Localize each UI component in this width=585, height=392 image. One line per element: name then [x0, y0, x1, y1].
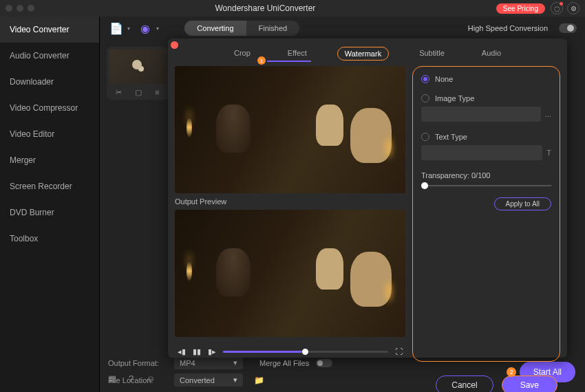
output-format-label: Output Format: — [108, 359, 167, 367]
titlebar: Wondershare UniConverter See Pricing ◌ ⚙ — [0, 0, 585, 17]
apply-to-all-button[interactable]: Apply to All — [494, 197, 551, 210]
browse-icon[interactable]: ... — [545, 110, 551, 118]
see-pricing-button[interactable]: See Pricing — [496, 3, 545, 14]
watermark-options: None Image Type ... Text Type — [412, 66, 560, 362]
app-title: Wondershare UniConverter — [34, 3, 496, 13]
radio-text-label: Text Type — [435, 133, 467, 141]
user-icon[interactable]: ◌ — [551, 2, 563, 14]
window-controls[interactable] — [6, 5, 34, 12]
crop-box-icon[interactable]: ▢ — [135, 88, 142, 97]
radio-image-label: Image Type — [435, 94, 474, 102]
sidebar-item-screen-recorder[interactable]: Screen Recorder — [0, 173, 99, 199]
high-speed-label: High Speed Conversion — [468, 24, 548, 32]
next-frame-icon[interactable]: ▮▸ — [208, 347, 216, 356]
annotation-badge-2: 2 — [507, 367, 516, 377]
grid-view-icon[interactable]: ▦ — [108, 373, 116, 384]
image-path-input[interactable] — [421, 107, 541, 122]
sidebar-item-audio-converter[interactable]: Audio Converter — [0, 43, 99, 69]
transparency-label: Transparency: 0/100 — [421, 171, 551, 179]
tab-effect[interactable]: Effect — [281, 47, 314, 61]
fullscreen-icon[interactable]: ⛶ — [395, 347, 403, 356]
chevron-down-icon[interactable]: ▾ — [127, 25, 130, 32]
transparency-slider[interactable] — [421, 185, 551, 186]
help-icon[interactable]: ? — [129, 373, 134, 384]
more-icon[interactable]: ≡ — [155, 88, 159, 97]
sidebar-item-merger[interactable]: Merger — [0, 147, 99, 173]
prev-frame-icon[interactable]: ◂▮ — [178, 347, 186, 356]
save-button[interactable]: Save — [502, 375, 557, 392]
sidebar-item-dvd-burner[interactable]: DVD Burner — [0, 199, 99, 226]
sidebar-item-toolbox[interactable]: Toolbox — [0, 226, 99, 252]
text-input[interactable] — [421, 145, 542, 160]
tab-watermark[interactable]: Watermark — [337, 47, 389, 61]
tab-underline — [267, 61, 311, 62]
sidebar: Video Converter Audio Converter Download… — [0, 17, 100, 392]
tab-crop[interactable]: Crop — [227, 47, 257, 61]
radio-none[interactable] — [421, 75, 429, 83]
feedback-icon[interactable]: ☺ — [146, 373, 155, 384]
radio-image[interactable] — [421, 94, 429, 102]
chevron-down-icon[interactable]: ▾ — [156, 25, 159, 32]
topbar: 📄▾ ◉▾ Converting Finished High Speed Con… — [100, 17, 585, 40]
sidebar-item-video-compressor[interactable]: Video Compressor — [0, 95, 99, 121]
file-thumbnail-card[interactable]: ✂ ▢ ≡ — [107, 47, 169, 100]
tab-subtitle[interactable]: Subtitle — [412, 47, 451, 61]
sidebar-item-video-converter[interactable]: Video Converter — [0, 17, 99, 43]
radio-text[interactable] — [421, 133, 429, 141]
sidebar-item-downloader[interactable]: Downloader — [0, 69, 99, 95]
pause-icon[interactable]: ▮▮ — [193, 347, 201, 356]
player-controls: ◂▮ ▮▮ ▮▸ ⛶ — [175, 341, 405, 362]
annotation-badge-1: 1 — [257, 56, 266, 65]
source-preview — [175, 66, 405, 193]
seek-slider[interactable] — [223, 351, 388, 353]
status-tabs: Converting Finished — [184, 21, 299, 36]
output-preview — [175, 210, 405, 337]
tab-converting[interactable]: Converting — [184, 21, 246, 36]
cancel-button[interactable]: Cancel — [436, 375, 493, 392]
edit-modal: Crop Effect Watermark Subtitle Audio 1 O… — [168, 39, 567, 358]
high-speed-toggle[interactable] — [559, 23, 577, 33]
add-file-icon[interactable]: 📄 — [108, 20, 125, 36]
edit-tabs: Crop Effect Watermark Subtitle Audio 1 — [168, 39, 567, 66]
tab-audio[interactable]: Audio — [475, 47, 508, 61]
video-thumbnail — [109, 50, 166, 84]
output-preview-label: Output Preview — [175, 197, 405, 206]
radio-none-label: None — [435, 75, 453, 83]
sidebar-item-video-editor[interactable]: Video Editor — [0, 121, 99, 147]
tab-finished[interactable]: Finished — [246, 21, 300, 36]
text-style-icon[interactable]: T — [546, 149, 551, 157]
settings-icon[interactable]: ⚙ — [567, 2, 579, 14]
crop-icon[interactable]: ✂ — [116, 88, 122, 97]
add-dvd-icon[interactable]: ◉ — [137, 20, 153, 36]
